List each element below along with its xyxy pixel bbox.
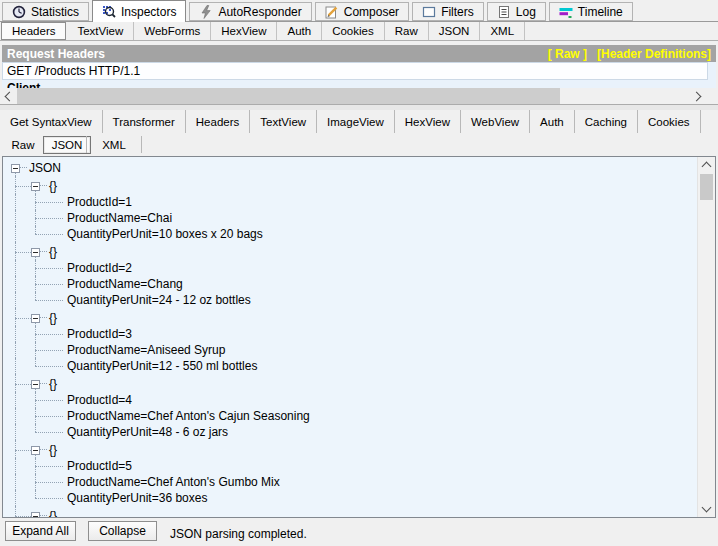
tree-field-node[interactable]: QuantityPerUnit=12 - 550 ml bottles: [7, 358, 698, 374]
json-tree-panel: JSON{}ProductId=1ProductName=ChaiQuantit…: [2, 156, 716, 518]
tree-guide-line: [35, 350, 63, 351]
tree-field-node[interactable]: ProductId=2: [7, 260, 698, 276]
collapse-toggle-icon[interactable]: [31, 314, 40, 323]
request-inspector-tab-json[interactable]: JSON: [429, 22, 481, 40]
tree-field-node[interactable]: ProductName=Aniseed Syrup: [7, 342, 698, 358]
expand-all-button[interactable]: Expand All: [5, 521, 76, 541]
tab-label: AutoResponder: [218, 5, 301, 19]
tree-field-node[interactable]: ProductId=4: [7, 392, 698, 408]
response-inspector-tab-caching[interactable]: Caching: [575, 110, 638, 133]
request-inspector-tab-xml[interactable]: XML: [480, 22, 525, 40]
tree-guide-line: [35, 202, 63, 203]
collapse-toggle-icon[interactable]: [31, 248, 40, 257]
tree-object-node[interactable]: {}: [7, 178, 698, 194]
horizontal-scrollbar[interactable]: [0, 88, 718, 104]
composer-icon: [325, 5, 339, 19]
tree-object-node[interactable]: {}: [7, 508, 698, 517]
tree-field-node[interactable]: ProductId=5: [7, 458, 698, 474]
tree-guide-line: [35, 482, 63, 483]
tab-label: Inspectors: [121, 5, 176, 19]
tab-timeline[interactable]: Timeline: [549, 2, 633, 21]
main-tab-strip: StatisticsInspectorsAutoResponderCompose…: [0, 0, 718, 22]
tree-field-node[interactable]: QuantityPerUnit=36 boxes: [7, 490, 698, 506]
tree-object-node[interactable]: {}: [7, 310, 698, 326]
response-inspector-tab-cookies[interactable]: Cookies: [638, 110, 701, 133]
tree-field-node[interactable]: ProductName=Chef Anton's Gumbo Mix: [7, 474, 698, 490]
request-line-row[interactable]: GET /Products HTTP/1.1: [2, 62, 708, 80]
response-inspector-tab-textview[interactable]: TextView: [250, 110, 317, 133]
tree-root-node[interactable]: JSON: [7, 160, 698, 176]
tab-separator: [141, 136, 142, 153]
tree-object-node[interactable]: {}: [7, 376, 698, 392]
tab-filters[interactable]: Filters: [412, 2, 484, 21]
tree-guide-line: [15, 342, 16, 358]
response-inspector-tab-webview[interactable]: WebView: [461, 110, 530, 133]
collapse-button[interactable]: Collapse: [88, 521, 157, 541]
response-inspector-tab-transformer[interactable]: Transformer: [103, 110, 186, 133]
tree-guide-line: [35, 218, 63, 219]
tree-guide-line: [15, 308, 16, 326]
collapse-toggle-icon[interactable]: [31, 380, 40, 389]
tree-guide-line: [40, 515, 47, 517]
tab-log[interactable]: Log: [487, 2, 546, 21]
inspectors-icon: [102, 5, 116, 19]
tab-autoresponder[interactable]: AutoResponder: [189, 2, 311, 21]
scroll-left-arrow-icon[interactable]: [0, 88, 17, 104]
vertical-scrollbar[interactable]: [697, 157, 715, 517]
tree-object-node[interactable]: {}: [7, 442, 698, 458]
request-inspector-tab-textview[interactable]: TextView: [67, 22, 134, 40]
tree-field-node[interactable]: ProductName=Chang: [7, 276, 698, 292]
tab-composer[interactable]: Composer: [315, 2, 409, 21]
collapse-toggle-icon[interactable]: [31, 446, 40, 455]
response-view-tab-xml[interactable]: XML: [88, 133, 140, 156]
tree-guide-line: [15, 474, 16, 490]
response-view-tab-json[interactable]: JSON: [49, 133, 85, 156]
tree-field-node[interactable]: ProductId=1: [7, 194, 698, 210]
request-inspector-tab-webforms[interactable]: WebForms: [134, 22, 211, 40]
tree-guide-line: [15, 176, 16, 194]
tree-field-node[interactable]: QuantityPerUnit=24 - 12 oz bottles: [7, 292, 698, 308]
tree-guide-line: [40, 317, 47, 319]
tree-field-node[interactable]: ProductId=3: [7, 326, 698, 342]
request-inspector-tab-auth[interactable]: Auth: [277, 22, 322, 40]
request-headers-bar: Request Headers [ Raw ] [Header Definiti…: [2, 45, 716, 62]
tree-object-node[interactable]: {}: [7, 244, 698, 260]
tree-guide-line: [15, 440, 16, 458]
vertical-scrollbar-thumb[interactable]: [700, 174, 713, 200]
request-inspector-tab-cookies[interactable]: Cookies: [322, 22, 385, 40]
tree-guide-line: [15, 210, 16, 226]
tree-guide-line: [15, 458, 16, 474]
scroll-down-arrow-icon[interactable]: [698, 501, 715, 517]
tree-field-label: ProductName=Chef Anton's Gumbo Mix: [67, 475, 280, 489]
tab-inspectors[interactable]: Inspectors: [92, 0, 186, 22]
collapse-toggle-icon[interactable]: [31, 512, 40, 518]
response-inspector-tab-headers[interactable]: Headers: [186, 110, 250, 133]
tree-field-node[interactable]: QuantityPerUnit=48 - 6 oz jars: [7, 424, 698, 440]
response-inspector-tab-get-syntaxview[interactable]: Get SyntaxView: [0, 110, 103, 133]
collapse-toggle-icon[interactable]: [31, 182, 40, 191]
response-inspector-tab-imageview[interactable]: ImageView: [317, 110, 395, 133]
tree-guide-line: [35, 284, 63, 285]
response-inspector-tab-auth[interactable]: Auth: [530, 110, 575, 133]
tree-field-node[interactable]: ProductName=Chai: [7, 210, 698, 226]
tree-field-node[interactable]: QuantityPerUnit=10 boxes x 20 bags: [7, 226, 698, 242]
header-definitions-link[interactable]: [Header Definitions]: [597, 47, 711, 61]
request-inspector-tab-headers[interactable]: Headers: [1, 22, 66, 40]
response-view-tab-raw[interactable]: Raw: [0, 133, 46, 156]
tree-object-label: {}: [49, 509, 57, 517]
tab-statistics[interactable]: Statistics: [2, 2, 89, 21]
horizontal-scrollbar-thumb[interactable]: [17, 88, 560, 104]
collapse-toggle-icon[interactable]: [11, 164, 20, 173]
tree-field-label: ProductName=Chef Anton's Cajun Seasoning: [67, 409, 310, 423]
scroll-up-arrow-icon[interactable]: [698, 157, 715, 173]
tree-field-label: ProductName=Aniseed Syrup: [67, 343, 225, 357]
response-inspector-tab-hexview[interactable]: HexView: [395, 110, 461, 133]
tree-field-label: ProductName=Chang: [67, 277, 183, 291]
request-inspector-tab-hexview[interactable]: HexView: [211, 22, 277, 40]
raw-link[interactable]: [ Raw ]: [548, 47, 587, 61]
tree-guide-line: [15, 242, 16, 260]
statistics-icon: [12, 5, 26, 19]
tree-field-node[interactable]: ProductName=Chef Anton's Cajun Seasoning: [7, 408, 698, 424]
scroll-right-arrow-icon[interactable]: [689, 88, 706, 104]
request-inspector-tab-raw[interactable]: Raw: [385, 22, 429, 40]
